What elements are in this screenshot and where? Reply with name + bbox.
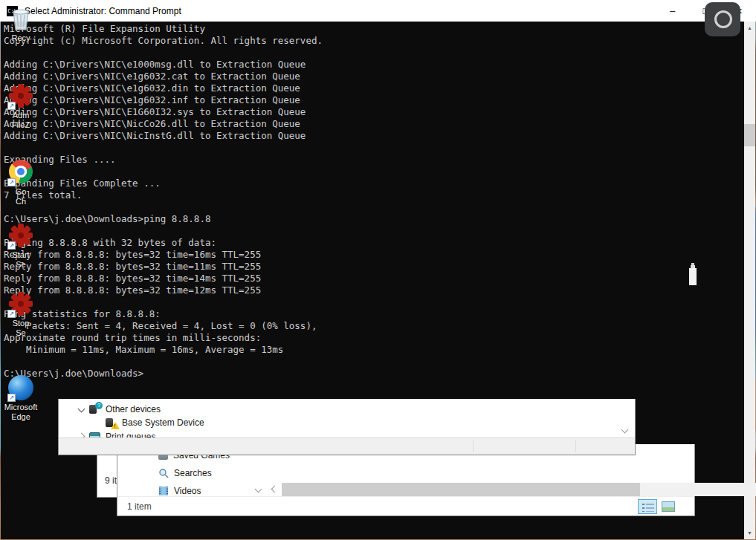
details-view-icon bbox=[642, 503, 654, 512]
horizontal-scrollbar[interactable] bbox=[268, 483, 756, 496]
item-count-text: 1 item bbox=[127, 501, 152, 512]
recycle-bin-icon bbox=[8, 6, 33, 31]
window-title: Select Administrator: Command Prompt bbox=[25, 6, 181, 16]
icon-label: Edge bbox=[11, 412, 30, 421]
sidebar-item-label: Videos bbox=[174, 486, 201, 496]
sidebar-item-label: Searches bbox=[174, 468, 212, 478]
desktop-icon-filezilla-admin[interactable]: ↗ Adm FileZ bbox=[1, 83, 40, 130]
scroll-down-icon[interactable]: ▼ bbox=[747, 530, 752, 536]
scrollbar-thumb[interactable] bbox=[744, 124, 755, 146]
device-manager-status-bar bbox=[59, 437, 635, 455]
minimize-button[interactable]: – bbox=[656, 0, 689, 22]
sidebar-scroll-down-icon[interactable] bbox=[255, 486, 262, 493]
title-bar[interactable]: C:\ Select Administrator: Command Prompt… bbox=[0, 0, 756, 22]
command-prompt-window: C:\ Select Administrator: Command Prompt… bbox=[0, 0, 726, 378]
shortcut-arrow-icon: ↗ bbox=[7, 102, 16, 110]
icon-label: FileZ bbox=[12, 120, 30, 129]
device-manager-window: ? Other devices ! Base System Device Pri… bbox=[58, 399, 636, 455]
icon-label: Se bbox=[16, 260, 25, 269]
tree-item-label: Base System Device bbox=[122, 417, 204, 428]
warning-device-icon: ! bbox=[106, 417, 117, 428]
shortcut-arrow-icon: ↗ bbox=[7, 394, 16, 402]
scrollbar-thumb[interactable] bbox=[282, 483, 640, 496]
icon-label: Go bbox=[16, 187, 27, 196]
red-gear-icon: ↗ bbox=[8, 223, 33, 248]
scroll-left-icon[interactable] bbox=[271, 486, 279, 493]
camera-app-icon[interactable] bbox=[705, 2, 740, 36]
desktop: Recy ↗ Adm FileZ ↗ bbox=[0, 0, 756, 540]
vertical-scrollbar[interactable]: ▲ ▼ bbox=[744, 22, 755, 539]
explorer-status-bar: 1 item bbox=[117, 496, 694, 515]
question-badge-icon: ? bbox=[95, 402, 103, 409]
icon-label: Stop bbox=[13, 319, 30, 328]
warning-badge-icon: ! bbox=[111, 422, 120, 429]
console-selection-block bbox=[689, 268, 697, 285]
tree-item-label: Other devices bbox=[106, 404, 161, 414]
desktop-icon-google-chrome[interactable]: ↗ Go Ch bbox=[1, 159, 40, 206]
sidebar-item-searches[interactable]: Searches bbox=[158, 466, 212, 480]
scroll-up-icon[interactable]: ▲ bbox=[747, 25, 752, 30]
scroll-down-icon[interactable] bbox=[621, 426, 629, 434]
shortcut-arrow-icon: ↗ bbox=[7, 241, 16, 250]
icon-label: Recy bbox=[11, 33, 30, 42]
thumbnails-view-button[interactable] bbox=[659, 499, 678, 514]
icon-label: Adm bbox=[13, 111, 30, 120]
chrome-icon: ↗ bbox=[8, 160, 33, 185]
icon-label: Start bbox=[12, 250, 29, 259]
shortcut-arrow-icon: ↗ bbox=[7, 178, 16, 186]
thumbnails-view-icon bbox=[662, 501, 675, 512]
red-gear-icon: ↗ bbox=[8, 83, 33, 108]
tree-item-base-system-device[interactable]: ! Base System Device bbox=[106, 416, 204, 429]
shortcut-arrow-icon: ↗ bbox=[7, 310, 16, 318]
unknown-device-icon: ? bbox=[89, 404, 100, 414]
chevron-down-icon[interactable] bbox=[78, 406, 85, 413]
icon-label: Microsoft bbox=[4, 403, 38, 411]
desktop-icon-microsoft-edge[interactable]: ↗ Microsoft Edge bbox=[1, 375, 40, 422]
videos-icon bbox=[158, 486, 169, 496]
icon-label: Ch bbox=[16, 197, 26, 206]
tree-item-other-devices[interactable]: ? Other devices bbox=[79, 403, 161, 415]
desktop-icon-stop-server[interactable]: ↗ Stop Se bbox=[1, 291, 40, 338]
edge-icon: ↗ bbox=[8, 375, 33, 400]
desktop-icon-start-server[interactable]: ↗ Start Se bbox=[1, 223, 40, 270]
icon-label: Se bbox=[16, 328, 25, 337]
details-view-button[interactable] bbox=[638, 499, 657, 514]
desktop-icon-recycle-bin[interactable]: Recy bbox=[1, 6, 40, 43]
red-gear-icon: ↗ bbox=[8, 291, 33, 316]
search-icon bbox=[158, 468, 169, 478]
